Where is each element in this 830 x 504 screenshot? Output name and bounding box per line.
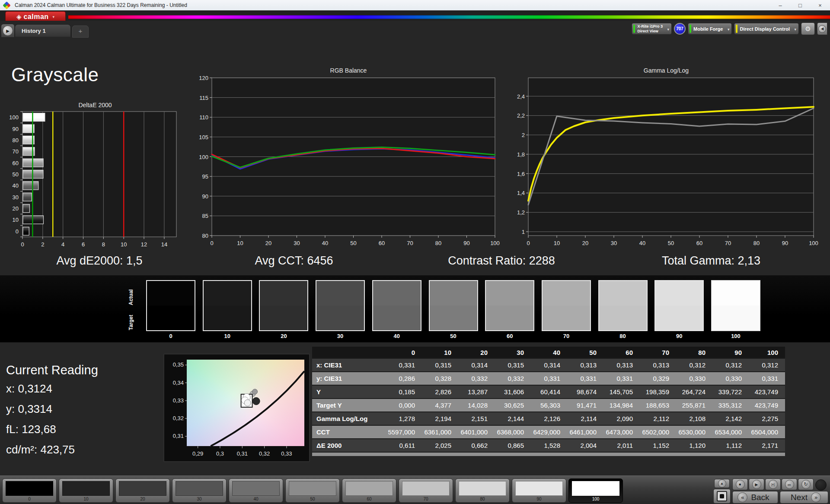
meter-device-select[interactable]: X-Rite i1Pro 3 Direct View ▾ (632, 23, 672, 35)
actual-half (655, 281, 703, 306)
table-cell: 188,653 (640, 402, 676, 409)
minimize-button[interactable]: – (770, 0, 790, 10)
table-cell: 0,331 (386, 361, 422, 369)
back-button[interactable]: « Back (732, 491, 778, 504)
calman-app: Calman 2024 Calman Ultimate for Business… (0, 0, 830, 504)
next-button[interactable]: Next » (780, 491, 828, 504)
close-button[interactable]: × (810, 0, 830, 10)
column-header: 50 (567, 349, 603, 356)
collapse-panel-button[interactable]: ◀ (817, 22, 827, 35)
svg-text:110: 110 (199, 114, 208, 121)
svg-text:6: 6 (82, 241, 85, 248)
table-cell: 0,328 (422, 375, 458, 382)
patch-button-40[interactable]: 40 (229, 478, 283, 503)
pattern-step-button[interactable]: [•] (765, 478, 781, 490)
svg-text:70: 70 (13, 148, 19, 155)
table-row: y: CIE310,2860,3280,3320,3320,3310,3310,… (312, 372, 785, 385)
table-cell: 423,749 (749, 402, 785, 409)
table-cell: 2,108 (676, 415, 712, 422)
svg-text:10: 10 (13, 217, 19, 223)
table-cell: 2,112 (640, 415, 676, 422)
table-cell: 2,826 (422, 388, 458, 396)
rgb-balance-chart: 1201151101051009590858001020304050607080… (197, 74, 500, 248)
patch-button-80[interactable]: 80 (455, 478, 510, 503)
patch-button-0[interactable]: 0 (2, 478, 57, 503)
grayscale-swatch-50 (429, 280, 478, 331)
display-control-select[interactable]: Direct Display Control ▾ (734, 23, 799, 35)
maximize-button[interactable]: □ (790, 0, 810, 10)
settings-button[interactable]: ⚙ (801, 22, 815, 35)
app-icon (3, 1, 10, 9)
target-half (373, 306, 421, 330)
svg-text:12: 12 (141, 241, 147, 248)
table-cell: 0,865 (495, 442, 531, 449)
actual-half (373, 281, 421, 306)
patch-label: 60 (342, 497, 396, 501)
table-cell: 6461,000 (567, 428, 603, 436)
pattern-source-select[interactable]: Mobile Forge ▾ (688, 23, 732, 35)
play-icon: ▶ (3, 26, 13, 36)
patch-label: 80 (456, 497, 509, 501)
continuous-read-button[interactable]: ∞ (782, 478, 797, 490)
expand-toolbar-button[interactable]: ▲ (714, 479, 730, 488)
patch-button-10[interactable]: 10 (59, 478, 113, 503)
patch-window-button[interactable] (713, 489, 731, 504)
stop-button[interactable]: ■ (732, 478, 748, 490)
svg-text:60: 60 (13, 160, 19, 166)
table-cell: 0,000 (386, 402, 422, 409)
table-cell: 6530,000 (676, 428, 712, 436)
svg-text:0,33: 0,33 (281, 450, 292, 457)
patch-button-50[interactable]: 50 (285, 478, 340, 503)
gear-icon: ⚙ (805, 25, 811, 33)
meter-badge[interactable]: 707 (674, 23, 686, 35)
calman-logo-icon: ◈ (16, 13, 22, 20)
table-cell: 134,984 (603, 402, 640, 409)
current-reading-fl: fL: 123,68 (6, 423, 56, 436)
svg-text:0: 0 (210, 240, 213, 246)
swatch-level-label: 80 (598, 333, 648, 339)
infinity-icon: ∞ (785, 480, 794, 489)
patch-label: 70 (399, 497, 453, 501)
tab-history-1[interactable]: History 1 (15, 24, 71, 37)
window-titlebar: Calman 2024 Calman Ultimate for Business… (0, 0, 830, 11)
svg-text:1,6: 1,6 (517, 171, 525, 177)
svg-text:10: 10 (554, 240, 560, 246)
table-cell: 56,303 (531, 402, 567, 409)
patch-label: 30 (172, 497, 226, 501)
svg-text:0,31: 0,31 (173, 433, 184, 439)
table-cell: 1,278 (386, 415, 422, 422)
patch-label: 20 (116, 497, 169, 501)
svg-text:4: 4 (61, 241, 64, 248)
table-cell: 0,313 (603, 361, 640, 369)
table-cell: 2,144 (495, 415, 531, 422)
table-cell: 14,028 (458, 402, 495, 409)
patch-button-100[interactable]: 100 (568, 478, 623, 503)
grayscale-swatch-40 (372, 280, 421, 331)
svg-text:14: 14 (161, 241, 167, 248)
table-cell: 335,312 (712, 402, 749, 409)
workflow-expand-button[interactable]: ▶ (1, 24, 15, 38)
patch-button-90[interactable]: 90 (512, 478, 566, 503)
refresh-button[interactable]: ↻ (798, 478, 814, 490)
grayscale-swatch-80 (598, 280, 648, 331)
add-tab-button[interactable]: + (72, 26, 89, 38)
chevron-left-icon: ◀ (818, 25, 826, 33)
svg-text:0,33: 0,33 (173, 397, 184, 404)
actual-half (260, 281, 307, 306)
svg-text:0: 0 (16, 228, 19, 235)
column-header: 20 (458, 349, 495, 356)
svg-text:1,8: 1,8 (517, 151, 525, 158)
table-row: Target Y0,0004,37714,02830,62556,30391,4… (312, 399, 785, 411)
patch-button-20[interactable]: 20 (115, 478, 170, 503)
patch-button-70[interactable]: 70 (399, 478, 453, 503)
patch-button-30[interactable]: 30 (172, 478, 227, 503)
table-cell: 31,606 (495, 388, 531, 396)
current-reading-x: x: 0,3124 (6, 382, 52, 396)
table-cell: 0,332 (458, 375, 495, 382)
svg-text:105: 105 (199, 134, 208, 140)
table-cell: 6534,000 (712, 428, 749, 436)
patch-button-60[interactable]: 60 (342, 478, 396, 503)
table-cell: 6504,000 (749, 428, 785, 436)
play-button[interactable]: ▶ (749, 478, 764, 490)
grayscale-swatch-strip: Actual Target 0102030405060708090100 (0, 275, 830, 342)
